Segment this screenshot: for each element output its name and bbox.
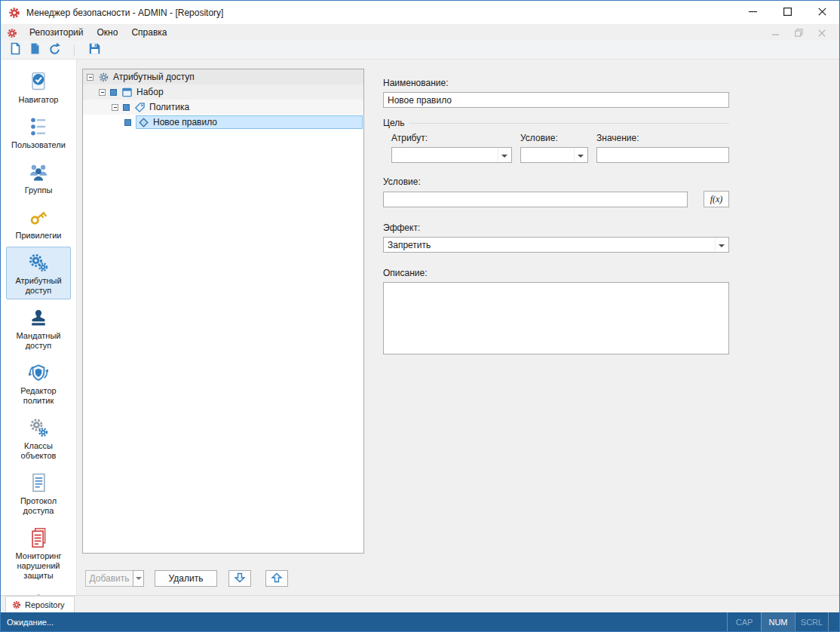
- description-label: Описание:: [383, 268, 729, 278]
- tree-expander[interactable]: [112, 104, 118, 111]
- mdi-restore-button[interactable]: [795, 29, 803, 37]
- stamp-icon: [27, 306, 50, 329]
- move-down-button[interactable]: [228, 570, 251, 587]
- menu-bar: Репозиторий Окно Справка: [1, 25, 839, 41]
- effect-combobox[interactable]: Запретить: [383, 237, 729, 253]
- close-icon: [818, 8, 826, 18]
- value-input[interactable]: [596, 147, 729, 163]
- tag-node-icon: [134, 102, 146, 113]
- navigator-icon: [27, 70, 50, 93]
- tree-row-new-rule[interactable]: Новое правило: [83, 115, 363, 130]
- key-icon: [27, 206, 50, 229]
- target-grid: Атрибут: Условие: Значение:: [383, 133, 729, 163]
- expression-editor-button[interactable]: f(x): [704, 191, 729, 207]
- sidebar-item-label: Классы объектов: [8, 441, 69, 461]
- sidebar-item-label: Мониторинг нарушений защиты: [8, 551, 69, 581]
- sidebar-item-mandatory-access[interactable]: Мандатный доступ: [6, 302, 71, 354]
- groups-icon: [27, 161, 50, 183]
- sidebar: Навигатор Пользователи: [1, 60, 77, 595]
- add-button[interactable]: Добавить: [85, 570, 133, 587]
- object-classes-gears-icon: [27, 416, 50, 439]
- effect-combobox-value: Запретить: [388, 240, 431, 250]
- users-list-icon: [27, 115, 50, 138]
- app-window: Менеджер безопасности - ADMIN - [Reposit…: [0, 0, 840, 632]
- selected-tree-node[interactable]: Новое правило: [136, 115, 363, 129]
- title-bar: Менеджер безопасности - ADMIN - [Reposit…: [1, 1, 839, 25]
- condition-label: Условие:: [383, 176, 729, 187]
- tree-expander[interactable]: [99, 89, 106, 96]
- description-textarea[interactable]: [383, 282, 729, 354]
- menu-window[interactable]: Окно: [90, 25, 125, 41]
- tab-label: Repository: [25, 600, 65, 609]
- sidebar-item-object-classes[interactable]: Классы объектов: [6, 412, 71, 465]
- window-title: Менеджер безопасности - ADMIN - [Reposit…: [26, 8, 223, 18]
- tree-row-attribute-access[interactable]: Атрибутный доступ: [83, 69, 363, 84]
- keyboard-indicators: CAP NUM SCRL: [727, 612, 829, 631]
- name-input[interactable]: [383, 92, 729, 108]
- window-controls: [735, 1, 839, 24]
- sidebar-item-privileges[interactable]: Привилегии: [6, 201, 71, 244]
- sidebar-item-label: Протокол доступа: [8, 496, 69, 516]
- node-state-box: [124, 119, 131, 126]
- tree-node-label: Политика: [149, 102, 189, 112]
- add-dropdown-button[interactable]: [133, 570, 144, 587]
- attribute-combobox[interactable]: [391, 147, 512, 163]
- sidebar-item-attribute-access[interactable]: Атрибутный доступ: [6, 247, 71, 299]
- sidebar-item-policy-editor[interactable]: Редактор политик: [6, 357, 71, 410]
- effect-section: Эффект: Запретить: [383, 222, 729, 253]
- mdi-minimize-button[interactable]: [772, 29, 780, 37]
- sidebar-item-navigator[interactable]: Навигатор: [6, 66, 71, 109]
- menu-repository[interactable]: Репозиторий: [23, 25, 90, 41]
- sidebar-item-service[interactable]: Сервис: [6, 587, 71, 595]
- close-button[interactable]: [805, 1, 839, 24]
- refresh-button[interactable]: [45, 41, 63, 58]
- status-bar: Ожидание... CAP NUM SCRL: [1, 612, 839, 631]
- content-area: Атрибутный доступ Набор Поли: [77, 60, 839, 595]
- sidebar-item-access-log[interactable]: Протокол доступа: [6, 467, 71, 520]
- tree-row-set[interactable]: Набор: [83, 84, 363, 100]
- arrow-up-icon: [271, 572, 283, 586]
- rule-form: Наименование: Цель Атрибут: Условие: Зна…: [383, 78, 729, 357]
- tree-node-label: Набор: [136, 87, 164, 97]
- num-lock-indicator: NUM: [761, 612, 795, 631]
- tree-expander[interactable]: [87, 74, 94, 81]
- delete-button[interactable]: Удалить: [155, 570, 217, 587]
- repository-tab-logo-icon: [12, 600, 21, 609]
- gear-node-icon: [98, 72, 109, 83]
- maximize-button[interactable]: [770, 1, 805, 24]
- new-document-icon: [9, 42, 22, 57]
- condition-input[interactable]: [383, 192, 688, 207]
- arrow-down-icon: [234, 572, 246, 586]
- sidebar-item-label: Навигатор: [19, 95, 59, 105]
- minimize-button[interactable]: [735, 1, 770, 24]
- document-button[interactable]: [26, 41, 44, 58]
- new-document-button[interactable]: [6, 41, 24, 58]
- mdi-window-controls: [772, 29, 826, 37]
- tree-node-label: Атрибутный доступ: [113, 72, 195, 82]
- tab-repository[interactable]: Repository: [5, 596, 75, 612]
- description-section: Описание:: [383, 268, 729, 357]
- menu-help[interactable]: Справка: [124, 25, 173, 41]
- target-group-header: Цель: [383, 118, 729, 128]
- sidebar-item-users[interactable]: Пользователи: [6, 111, 71, 154]
- tree-row-policy[interactable]: Политика: [83, 100, 363, 115]
- sidebar-item-label: Мандатный доступ: [8, 331, 69, 351]
- access-log-document-icon: [27, 471, 50, 494]
- violations-document-icon: [27, 526, 50, 549]
- target-group-label: Цель: [383, 118, 404, 128]
- target-condition-combobox[interactable]: [520, 147, 588, 163]
- move-up-button[interactable]: [265, 570, 288, 587]
- value-label: Значение:: [596, 133, 729, 143]
- chevron-down-icon: [574, 149, 587, 161]
- attribute-access-gears-icon: [27, 251, 50, 274]
- policy-shield-icon: [27, 361, 50, 384]
- set-node-icon: [121, 87, 133, 98]
- target-condition-label: Условие:: [520, 133, 588, 143]
- save-button[interactable]: [85, 41, 103, 58]
- sidebar-item-groups[interactable]: Группы: [6, 156, 71, 199]
- mdi-close-button[interactable]: [818, 29, 826, 37]
- toolbar-separator: [74, 44, 75, 56]
- refresh-icon: [48, 42, 61, 57]
- sidebar-item-violations-monitor[interactable]: Мониторинг нарушений защиты: [6, 522, 71, 584]
- document-icon: [29, 42, 41, 57]
